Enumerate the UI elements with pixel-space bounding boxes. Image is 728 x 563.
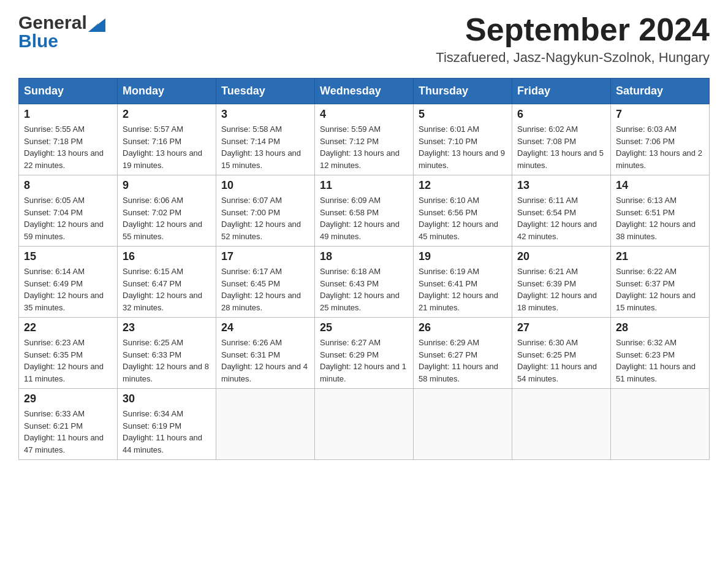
day-number: 28: [616, 321, 704, 334]
day-number: 21: [616, 250, 704, 263]
calendar-body: 1Sunrise: 5:55 AMSunset: 7:18 PMDaylight…: [19, 104, 710, 460]
day-number: 13: [517, 179, 605, 192]
calendar-cell: 5Sunrise: 6:01 AMSunset: 7:10 PMDaylight…: [414, 104, 512, 175]
calendar-cell: 12Sunrise: 6:10 AMSunset: 6:56 PMDayligh…: [414, 175, 512, 247]
day-number: 12: [419, 179, 507, 192]
day-info: Sunrise: 6:09 AMSunset: 6:58 PMDaylight:…: [320, 194, 408, 242]
header-tuesday: Tuesday: [216, 79, 315, 104]
calendar-cell: [512, 389, 611, 460]
day-number: 23: [123, 321, 211, 334]
day-number: 19: [419, 250, 507, 263]
day-info: Sunrise: 5:57 AMSunset: 7:16 PMDaylight:…: [123, 123, 211, 171]
calendar-cell: [414, 389, 512, 460]
day-number: 30: [123, 393, 211, 405]
header-wednesday: Wednesday: [315, 79, 414, 104]
day-info: Sunrise: 6:33 AMSunset: 6:21 PMDaylight:…: [24, 408, 112, 456]
day-info: Sunrise: 6:32 AMSunset: 6:23 PMDaylight:…: [616, 337, 704, 385]
calendar-week-2: 8Sunrise: 6:05 AMSunset: 7:04 PMDaylight…: [19, 175, 710, 247]
day-number: 6: [517, 108, 605, 121]
day-number: 5: [419, 108, 507, 121]
header-friday: Friday: [512, 79, 611, 104]
title-section: September 2024 Tiszafuered, Jasz-Nagykun…: [436, 12, 710, 66]
day-info: Sunrise: 6:14 AMSunset: 6:49 PMDaylight:…: [24, 266, 112, 313]
day-number: 27: [517, 321, 605, 334]
day-number: 18: [320, 250, 408, 263]
svg-marker-1: [88, 23, 98, 32]
header-monday: Monday: [118, 79, 216, 104]
day-number: 15: [24, 250, 112, 263]
day-info: Sunrise: 6:05 AMSunset: 7:04 PMDaylight:…: [24, 194, 112, 242]
calendar-cell: 7Sunrise: 6:03 AMSunset: 7:06 PMDaylight…: [611, 104, 710, 175]
day-info: Sunrise: 6:13 AMSunset: 6:51 PMDaylight:…: [616, 194, 704, 242]
calendar-cell: 29Sunrise: 6:33 AMSunset: 6:21 PMDayligh…: [19, 389, 118, 460]
day-number: 10: [221, 179, 309, 192]
calendar-cell: 30Sunrise: 6:34 AMSunset: 6:19 PMDayligh…: [118, 389, 216, 460]
day-info: Sunrise: 6:29 AMSunset: 6:27 PMDaylight:…: [419, 337, 507, 385]
calendar-cell: 24Sunrise: 6:26 AMSunset: 6:31 PMDayligh…: [216, 318, 315, 389]
day-number: 3: [221, 108, 309, 121]
calendar-cell: 16Sunrise: 6:15 AMSunset: 6:47 PMDayligh…: [118, 247, 216, 318]
day-info: Sunrise: 6:18 AMSunset: 6:43 PMDaylight:…: [320, 266, 408, 313]
calendar-cell: 19Sunrise: 6:19 AMSunset: 6:41 PMDayligh…: [414, 247, 512, 318]
calendar-week-5: 29Sunrise: 6:33 AMSunset: 6:21 PMDayligh…: [19, 389, 710, 460]
day-info: Sunrise: 6:26 AMSunset: 6:31 PMDaylight:…: [221, 337, 309, 385]
calendar-week-4: 22Sunrise: 6:23 AMSunset: 6:35 PMDayligh…: [19, 318, 710, 389]
calendar-cell: 6Sunrise: 6:02 AMSunset: 7:08 PMDaylight…: [512, 104, 611, 175]
calendar-cell: 11Sunrise: 6:09 AMSunset: 6:58 PMDayligh…: [315, 175, 414, 247]
location-subtitle: Tiszafuered, Jasz-Nagykun-Szolnok, Hunga…: [436, 50, 710, 66]
month-title: September 2024: [436, 12, 710, 47]
day-number: 11: [320, 179, 408, 192]
day-number: 7: [616, 108, 704, 121]
header-saturday: Saturday: [611, 79, 710, 104]
day-info: Sunrise: 6:03 AMSunset: 7:06 PMDaylight:…: [616, 123, 704, 171]
calendar-cell: 28Sunrise: 6:32 AMSunset: 6:23 PMDayligh…: [611, 318, 710, 389]
day-number: 22: [24, 321, 112, 334]
day-number: 24: [221, 321, 309, 334]
calendar-cell: 10Sunrise: 6:07 AMSunset: 7:00 PMDayligh…: [216, 175, 315, 247]
logo: General Blue: [18, 12, 105, 52]
calendar-cell: 9Sunrise: 6:06 AMSunset: 7:02 PMDaylight…: [118, 175, 216, 247]
calendar-table: Sunday Monday Tuesday Wednesday Thursday…: [18, 78, 710, 460]
day-info: Sunrise: 5:59 AMSunset: 7:12 PMDaylight:…: [320, 123, 408, 171]
day-number: 8: [24, 179, 112, 192]
day-info: Sunrise: 6:10 AMSunset: 6:56 PMDaylight:…: [419, 194, 507, 242]
day-info: Sunrise: 6:25 AMSunset: 6:33 PMDaylight:…: [123, 337, 211, 385]
day-number: 2: [123, 108, 211, 121]
calendar-cell: 17Sunrise: 6:17 AMSunset: 6:45 PMDayligh…: [216, 247, 315, 318]
calendar-cell: 13Sunrise: 6:11 AMSunset: 6:54 PMDayligh…: [512, 175, 611, 247]
calendar-cell: [216, 389, 315, 460]
day-info: Sunrise: 6:21 AMSunset: 6:39 PMDaylight:…: [517, 266, 605, 313]
calendar-cell: 1Sunrise: 5:55 AMSunset: 7:18 PMDaylight…: [19, 104, 118, 175]
day-number: 25: [320, 321, 408, 334]
calendar-cell: 4Sunrise: 5:59 AMSunset: 7:12 PMDaylight…: [315, 104, 414, 175]
day-info: Sunrise: 6:19 AMSunset: 6:41 PMDaylight:…: [419, 266, 507, 313]
calendar-cell: 18Sunrise: 6:18 AMSunset: 6:43 PMDayligh…: [315, 247, 414, 318]
day-number: 29: [24, 393, 112, 405]
day-info: Sunrise: 6:22 AMSunset: 6:37 PMDaylight:…: [616, 266, 704, 313]
calendar-cell: 27Sunrise: 6:30 AMSunset: 6:25 PMDayligh…: [512, 318, 611, 389]
calendar-cell: [611, 389, 710, 460]
calendar-cell: 22Sunrise: 6:23 AMSunset: 6:35 PMDayligh…: [19, 318, 118, 389]
day-info: Sunrise: 6:34 AMSunset: 6:19 PMDaylight:…: [123, 408, 211, 456]
header-sunday: Sunday: [19, 79, 118, 104]
day-number: 4: [320, 108, 408, 121]
day-info: Sunrise: 6:15 AMSunset: 6:47 PMDaylight:…: [123, 266, 211, 313]
calendar-week-1: 1Sunrise: 5:55 AMSunset: 7:18 PMDaylight…: [19, 104, 710, 175]
day-info: Sunrise: 6:30 AMSunset: 6:25 PMDaylight:…: [517, 337, 605, 385]
calendar-cell: 3Sunrise: 5:58 AMSunset: 7:14 PMDaylight…: [216, 104, 315, 175]
calendar-cell: 25Sunrise: 6:27 AMSunset: 6:29 PMDayligh…: [315, 318, 414, 389]
calendar-cell: 15Sunrise: 6:14 AMSunset: 6:49 PMDayligh…: [19, 247, 118, 318]
calendar-cell: 14Sunrise: 6:13 AMSunset: 6:51 PMDayligh…: [611, 175, 710, 247]
header-thursday: Thursday: [414, 79, 512, 104]
day-number: 20: [517, 250, 605, 263]
day-number: 1: [24, 108, 112, 121]
logo-triangle-icon: [88, 15, 105, 32]
day-number: 26: [419, 321, 507, 334]
calendar-header-row: Sunday Monday Tuesday Wednesday Thursday…: [19, 79, 710, 104]
day-info: Sunrise: 6:07 AMSunset: 7:00 PMDaylight:…: [221, 194, 309, 242]
calendar-cell: 23Sunrise: 6:25 AMSunset: 6:33 PMDayligh…: [118, 318, 216, 389]
calendar-week-3: 15Sunrise: 6:14 AMSunset: 6:49 PMDayligh…: [19, 247, 710, 318]
day-number: 16: [123, 250, 211, 263]
logo-general-text: General: [18, 12, 87, 33]
day-info: Sunrise: 5:55 AMSunset: 7:18 PMDaylight:…: [24, 123, 112, 171]
